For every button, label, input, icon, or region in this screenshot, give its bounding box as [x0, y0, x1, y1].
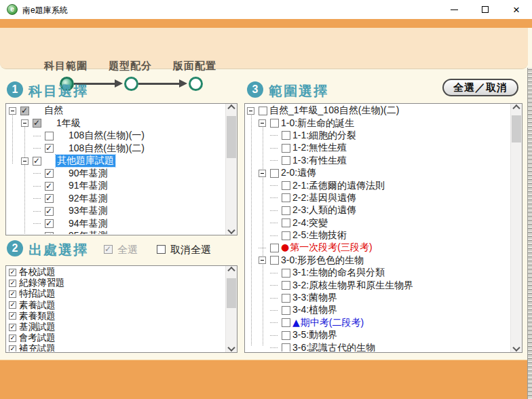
checkbox[interactable] — [20, 107, 29, 115]
checkbox[interactable] — [45, 144, 54, 153]
checkbox[interactable] — [9, 269, 16, 276]
tree-node[interactable]: ▲期中考(二段考) — [246, 317, 510, 329]
tree-node-label[interactable]: 90年基測 — [69, 168, 108, 180]
tree-node-label[interactable]: 2-0:遺傳 — [281, 167, 316, 179]
tree-node[interactable]: 93年基測 — [7, 205, 225, 218]
source-list-item[interactable]: 素養類題 — [7, 311, 225, 322]
maximize-button[interactable] — [470, 0, 501, 19]
checkbox[interactable] — [282, 231, 290, 240]
tree-node-label[interactable]: 93年基測 — [69, 205, 108, 217]
tree-expander-collapse-icon[interactable] — [21, 119, 28, 127]
tree-node-label[interactable]: 3-4:植物界 — [292, 304, 337, 316]
tree-node-label[interactable]: 1-2:無性生殖 — [292, 142, 347, 154]
tree-node-label[interactable]: 3-5:動物界 — [292, 329, 337, 341]
source-list-item[interactable]: 特招試題 — [7, 288, 225, 299]
tree-node[interactable]: 1-3:有性生殖 — [246, 155, 510, 167]
tree-node-label[interactable]: 92年基測 — [69, 193, 108, 205]
tree-node-label[interactable]: ▲期中考(二段考) — [292, 317, 364, 329]
scrollbar-thumb[interactable] — [227, 278, 236, 308]
tree-node[interactable]: 3-6:認識古代的生物 — [246, 341, 510, 352]
tree-node[interactable]: 91年基測 — [7, 180, 225, 193]
checkbox[interactable] — [282, 281, 290, 290]
checkbox[interactable] — [282, 206, 290, 215]
tree-node[interactable]: 1年級 — [7, 117, 225, 130]
tree-node[interactable]: 2-2:基因與遺傳 — [246, 192, 510, 204]
tree-node-label[interactable]: 3-0:形形色色的生物 — [281, 254, 364, 267]
tree-node-label[interactable]: 1-3:有性生殖 — [292, 155, 347, 167]
tree-expander-collapse-icon[interactable] — [259, 256, 266, 264]
tree-node-label[interactable]: 1-0:新生命的誕生 — [281, 117, 354, 130]
tree-node[interactable]: 3-0:形形色色的生物 — [246, 254, 510, 267]
scroll-up-icon[interactable] — [511, 104, 522, 115]
tree-node[interactable]: 95年基測 — [7, 230, 225, 234]
checkbox[interactable] — [9, 312, 16, 320]
tree-node-label[interactable]: 108自然(生物)(二) — [69, 142, 145, 155]
tree-node[interactable]: 自然 — [7, 104, 225, 117]
tree-node[interactable]: 2-3:人類的遺傳 — [246, 204, 510, 216]
tree-node-label[interactable]: 2-1:孟德爾的遺傳法則 — [292, 180, 385, 192]
select-all-checkbox[interactable] — [104, 245, 113, 254]
tree-node[interactable]: 3-1:生物的命名與分類 — [246, 267, 510, 279]
source-list-item[interactable]: 補充試題 — [7, 343, 225, 352]
checkbox[interactable] — [270, 256, 279, 265]
scroll-down-icon[interactable] — [226, 224, 237, 235]
source-list-item[interactable]: 基測試題 — [7, 322, 225, 332]
checkbox[interactable] — [282, 331, 290, 340]
tree-expander-collapse-icon[interactable] — [247, 107, 254, 115]
checkbox[interactable] — [33, 157, 41, 166]
tree-node-label[interactable]: 3-2:原核生物界和原生生物界 — [292, 280, 413, 292]
tree-node-label[interactable]: 3-6:認識古代的生物 — [292, 342, 375, 352]
checkbox[interactable] — [9, 324, 16, 331]
checkbox[interactable] — [9, 345, 16, 352]
close-button[interactable] — [501, 0, 532, 19]
checkbox[interactable] — [282, 218, 290, 227]
tree-node-label[interactable]: 2-2:基因與遺傳 — [292, 192, 356, 204]
checkbox[interactable] — [282, 131, 290, 140]
tree-node[interactable]: 108自然(生物)(一) — [7, 130, 225, 142]
checkbox[interactable] — [45, 207, 54, 216]
tree-node[interactable]: 2-1:孟德爾的遺傳法則 — [246, 179, 510, 191]
checkbox[interactable] — [9, 335, 16, 342]
checkbox[interactable] — [282, 306, 290, 315]
checkbox[interactable] — [45, 232, 54, 234]
scroll-up-icon[interactable] — [226, 104, 237, 115]
checkbox[interactable] — [270, 169, 279, 178]
tree-node[interactable]: 92年基測 — [7, 193, 225, 206]
checkbox[interactable] — [45, 219, 54, 228]
tree-expander-collapse-icon[interactable] — [9, 107, 16, 115]
tree-node-label[interactable]: 2-5:生物技術 — [292, 229, 347, 242]
checkbox[interactable] — [45, 132, 54, 140]
checkbox[interactable] — [270, 119, 279, 128]
tree-node-label[interactable]: 2-3:人類的遺傳 — [292, 204, 356, 216]
tree-node-label[interactable]: 自然 — [44, 104, 63, 117]
source-list-item[interactable]: 各校試題 — [7, 267, 225, 278]
tree-expander-collapse-icon[interactable] — [259, 170, 266, 177]
tree-node-label[interactable]: 其他題庫試題 — [56, 155, 115, 167]
tree-node-label[interactable]: 91年基測 — [69, 180, 108, 192]
scroll-up-icon[interactable] — [226, 266, 237, 277]
tree-node[interactable]: 其他題庫試題 — [7, 155, 225, 168]
checkbox[interactable] — [282, 343, 290, 352]
tree-node[interactable]: 94年基測 — [7, 218, 225, 231]
tree-node[interactable]: 90年基測 — [7, 168, 225, 180]
tree-node[interactable]: ●第一次段考(三段考) — [246, 242, 510, 254]
checkbox[interactable] — [270, 244, 279, 252]
tree-node[interactable]: 自然_1年級_108自然(生物)(二) — [246, 104, 510, 117]
tree-node[interactable]: 108自然(生物)(二) — [7, 142, 225, 155]
tree-node[interactable]: 3-2:原核生物界和原生生物界 — [246, 279, 510, 291]
source-list-item[interactable]: 素養試題 — [7, 300, 225, 311]
checkbox[interactable] — [45, 182, 54, 191]
checkbox[interactable] — [282, 318, 290, 327]
tree-node[interactable]: 2-0:遺傳 — [246, 167, 510, 179]
tree-node-label[interactable]: 自然_1年級_108自然(生物)(二) — [269, 104, 399, 117]
checkbox[interactable] — [9, 290, 16, 298]
checkbox[interactable] — [9, 301, 16, 309]
tree-node-label[interactable]: 2-4:突變 — [292, 217, 328, 229]
checkbox[interactable] — [9, 280, 16, 287]
tree-node-label[interactable]: ●第一次段考(三段考) — [281, 242, 373, 254]
source-list-item[interactable]: 會考試題 — [7, 332, 225, 343]
tree-node[interactable]: 3-3:菌物界 — [246, 292, 510, 304]
tree-expander-collapse-icon[interactable] — [259, 119, 266, 127]
tree-node[interactable]: 2-4:突變 — [246, 217, 510, 229]
scroll-down-icon[interactable] — [226, 341, 237, 352]
